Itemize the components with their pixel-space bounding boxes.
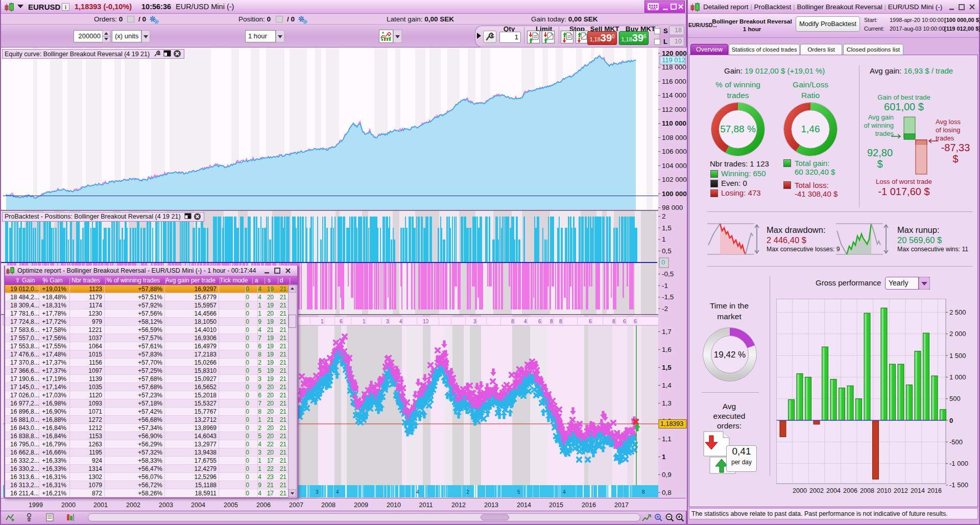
svg-text:-1: -1 [662,282,668,290]
svg-text:8: 8 [550,319,553,324]
svg-text:-1 000: -1 000 [949,460,968,467]
svg-text:2006: 2006 [843,487,857,494]
svg-text:108 000: 108 000 [662,134,687,141]
svg-text:2 500: 2 500 [949,308,966,316]
svg-text:2: 2 [466,489,469,495]
svg-text:1,1: 1,1 [662,435,672,443]
svg-text:8: 8 [559,319,562,324]
svg-text:106 000: 106 000 [662,148,687,155]
svg-text:119 012: 119 012 [662,56,685,64]
svg-text:116 000: 116 000 [662,78,686,85]
svg-text:1: 1 [363,319,366,324]
svg-text:4: 4 [416,489,419,495]
svg-text:1,5: 1,5 [662,364,672,371]
svg-text:1 000: 1 000 [949,373,966,381]
svg-text:4: 4 [399,319,402,324]
svg-text:102 000: 102 000 [662,176,687,183]
svg-text:0: 0 [949,417,953,424]
svg-text:3: 3 [386,319,389,324]
svg-text:4: 4 [524,319,527,324]
svg-text:110 000: 110 000 [662,120,686,127]
svg-text:4: 4 [336,489,339,495]
svg-text:1,5: 1,5 [662,224,672,232]
svg-text:2008: 2008 [860,487,874,494]
svg-text:114 000: 114 000 [662,91,686,99]
svg-text:8: 8 [612,319,615,324]
svg-text:500: 500 [949,395,961,402]
svg-text:0,9: 0,9 [662,471,672,479]
svg-text:2012: 2012 [894,487,908,494]
svg-text:100 000: 100 000 [662,190,687,198]
svg-text:1 500: 1 500 [949,352,966,360]
svg-text:2004: 2004 [826,487,841,494]
svg-text:2: 2 [662,212,666,220]
svg-text:3: 3 [473,319,476,324]
svg-text:4: 4 [563,489,566,495]
svg-text:6: 6 [538,319,541,324]
svg-text:112 000: 112 000 [662,106,686,113]
svg-text:0,8: 0,8 [662,489,672,496]
svg-text:98 000: 98 000 [662,204,683,211]
svg-text:5: 5 [517,489,520,495]
svg-text:6: 6 [634,319,637,324]
svg-text:1: 1 [662,453,666,461]
svg-text:8: 8 [511,319,514,324]
svg-text:-1 500: -1 500 [949,481,968,489]
svg-text:1,4: 1,4 [662,381,672,389]
svg-text:104 000: 104 000 [662,162,687,170]
svg-text:1,18393: 1,18393 [660,420,683,427]
svg-text:6: 6 [340,319,343,324]
svg-text:1: 1 [321,319,324,324]
svg-text:2 000: 2 000 [949,330,966,338]
svg-text:0,5: 0,5 [662,247,672,255]
svg-text:57,88 %: 57,88 % [720,124,756,134]
svg-text:0: 0 [661,258,665,266]
svg-text:-1,5: -1,5 [662,293,674,301]
svg-text:6: 6 [589,319,592,324]
svg-text:1,46: 1,46 [801,124,820,134]
svg-text:-2: -2 [662,305,668,313]
svg-text:1,3: 1,3 [662,399,672,407]
svg-text:2014: 2014 [911,487,925,494]
svg-text:1,6: 1,6 [662,346,672,353]
svg-text:6: 6 [623,319,626,324]
svg-text:1,7: 1,7 [662,328,672,336]
svg-text:2002: 2002 [809,487,824,494]
svg-text:19,42 %: 19,42 % [714,350,746,360]
svg-text:10: 10 [423,319,429,324]
svg-text:2010: 2010 [877,487,891,494]
svg-text:2016: 2016 [927,487,942,494]
svg-text:1: 1 [662,235,666,243]
svg-text:3: 3 [316,489,319,495]
svg-text:2000: 2000 [793,487,807,494]
svg-text:-500: -500 [949,438,963,446]
svg-text:-0,5: -0,5 [662,270,674,278]
svg-text:118 000: 118 000 [662,63,686,71]
svg-text:8: 8 [642,489,645,495]
